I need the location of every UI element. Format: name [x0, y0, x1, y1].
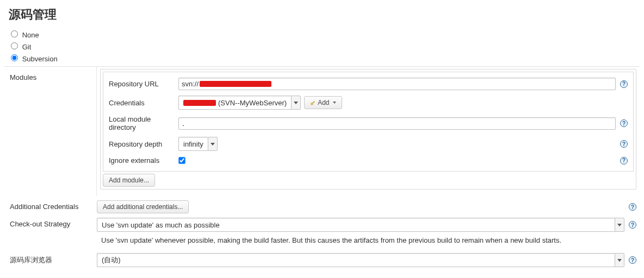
- help-icon[interactable]: [620, 119, 628, 127]
- label-additional-credentials: Additional Credentials: [4, 200, 97, 213]
- credentials-redacted: [183, 100, 216, 106]
- repo-url-input[interactable]: [178, 78, 616, 90]
- svg-point-0: [311, 103, 313, 105]
- add-credential-button[interactable]: Add: [304, 96, 342, 109]
- add-module-button[interactable]: Add module...: [103, 174, 155, 187]
- modules-panel: Repository URL svn:// Credentials: [100, 69, 636, 189]
- checkout-strategy-select[interactable]: Use 'svn update' as much as possible: [97, 218, 624, 232]
- scm-radio-subversion[interactable]: [11, 54, 18, 61]
- local-module-dir-input[interactable]: [178, 117, 616, 130]
- chevron-down-icon[interactable]: [208, 137, 218, 151]
- help-icon[interactable]: [620, 80, 628, 88]
- repo-depth-select[interactable]: infinity: [178, 137, 218, 151]
- credentials-select[interactable]: (SVN--MyWebServer): [178, 96, 301, 110]
- label-repo-browser: 源码库浏览器: [4, 253, 97, 267]
- scm-label-subversion[interactable]: Subversion: [22, 55, 58, 63]
- chevron-down-icon[interactable]: [291, 96, 301, 110]
- label-repo-url: Repository URL: [109, 80, 174, 88]
- help-icon[interactable]: [629, 256, 636, 264]
- scm-label-none[interactable]: None: [22, 31, 39, 39]
- label-checkout-strategy: Check-out Strategy: [4, 218, 97, 249]
- help-icon[interactable]: [629, 203, 636, 211]
- label-ignore-externals: Ignore externals: [109, 156, 174, 165]
- help-icon[interactable]: [620, 140, 628, 148]
- chevron-down-icon: [333, 102, 336, 104]
- credentials-suffix: (SVN--MyWebServer): [218, 99, 287, 107]
- ignore-externals-checkbox[interactable]: [178, 157, 185, 163]
- help-icon[interactable]: [629, 221, 636, 229]
- scm-radio-git[interactable]: [11, 42, 18, 49]
- scm-label-git[interactable]: Git: [22, 43, 32, 51]
- chevron-down-icon[interactable]: [615, 253, 624, 267]
- label-credentials: Credentials: [109, 99, 174, 107]
- sidebar-modules-label: Modules: [10, 71, 91, 84]
- repo-browser-select[interactable]: (自动): [97, 253, 624, 267]
- checkout-strategy-description: Use 'svn update' whenever possible, maki…: [101, 236, 636, 244]
- label-repo-depth: Repository depth: [109, 140, 174, 148]
- page-title: 源码管理: [9, 7, 640, 23]
- key-icon: [310, 100, 315, 105]
- label-local-module-dir: Local module directory: [109, 115, 174, 131]
- scm-radio-none[interactable]: [11, 30, 18, 37]
- chevron-down-icon[interactable]: [615, 218, 624, 232]
- add-additional-credentials-button[interactable]: Add additional credentials...: [97, 200, 189, 213]
- help-icon[interactable]: [620, 157, 628, 165]
